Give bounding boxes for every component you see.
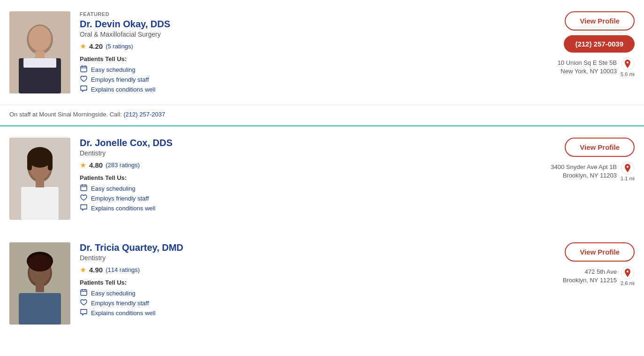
doctor-photo [9, 242, 70, 325]
address-line1: 10 Union Sq E Ste 5B [558, 59, 617, 67]
doctor-card-tricia-quartey: Dr. Tricia Quartey, DMD Dentistry ★ 4.90… [0, 231, 644, 336]
attribute-item: Employs friendly staff [80, 299, 522, 307]
doctor-name: Dr. Tricia Quartey, DMD [80, 242, 522, 253]
svg-rect-13 [21, 187, 59, 220]
svg-rect-28 [36, 284, 44, 292]
svg-point-30 [28, 255, 52, 271]
doctor-actions: View Profile 472 5th Ave Brooklyn, NY 11… [531, 242, 635, 286]
heart-icon [80, 299, 87, 307]
location-pin[interactable]: 1.1 mi [621, 162, 635, 181]
location-pin[interactable]: 5.6 mi [621, 57, 635, 77]
attribute-text: Easy scheduling [91, 185, 136, 192]
star-icon: ★ [80, 265, 86, 274]
star-icon: ★ [80, 161, 86, 170]
attribute-text: Employs friendly staff [91, 195, 149, 202]
rating-count[interactable]: (114 ratings) [106, 266, 140, 273]
attribute-text: Easy scheduling [91, 66, 136, 73]
attribute-text: Explains conditions well [91, 205, 155, 212]
svg-rect-31 [81, 290, 87, 295]
featured-label: FEATURED [80, 11, 522, 17]
svg-point-3 [29, 26, 51, 51]
view-profile-button[interactable]: View Profile [565, 11, 635, 31]
location-block: 3400 Snyder Ave Apt 1B Brooklyn, NY 1120… [551, 162, 635, 181]
doctor-photo [9, 138, 70, 220]
patients-tell-label: Patients Tell Us: [80, 174, 522, 181]
address-line1: 3400 Snyder Ave Apt 1B [551, 163, 617, 171]
location-pin[interactable]: 2.6 mi [621, 266, 635, 286]
doctor-actions: View Profile (212) 257-0039 10 Union Sq … [531, 11, 635, 77]
doctor-actions: View Profile 3400 Snyder Ave Apt 1B Broo… [531, 138, 635, 181]
patients-tell-label: Patients Tell Us: [80, 55, 522, 62]
attribute-item: Easy scheduling [80, 289, 522, 297]
attribute-item: Employs friendly staff [80, 194, 522, 202]
attribute-text: Employs friendly staff [91, 300, 149, 307]
call-button[interactable]: (212) 257-0039 [564, 35, 635, 53]
doctor-card-inner: Dr. Tricia Quartey, DMD Dentistry ★ 4.90… [0, 231, 644, 336]
svg-rect-15 [36, 179, 44, 187]
doctor-card-jonelle-cox: Dr. Jonelle Cox, DDS Dentistry ★ 4.80 (2… [0, 126, 644, 231]
attribute-list: Easy scheduling Employs friendly staff E… [80, 65, 522, 93]
heart-icon [80, 76, 87, 84]
rating-row: ★ 4.90 (114 ratings) [80, 265, 522, 274]
svg-rect-6 [81, 66, 87, 72]
distance-label: 1.1 mi [621, 176, 635, 181]
rating-value: 4.20 [89, 42, 103, 50]
rating-row: ★ 4.20 (5 ratings) [80, 42, 522, 51]
rating-row: ★ 4.80 (283 ratings) [80, 161, 522, 170]
attribute-list: Easy scheduling Employs friendly staff E… [80, 184, 522, 212]
address-line2: Brooklyn, NY 11215 [563, 276, 617, 285]
star-icon: ★ [80, 42, 86, 51]
attribute-item: Easy scheduling [80, 65, 522, 74]
distance-label: 2.6 mi [621, 280, 635, 286]
rating-count[interactable]: (283 ratings) [106, 162, 140, 169]
patients-tell-label: Patients Tell Us: [80, 279, 522, 286]
staff-notice-phone[interactable]: (212) 257-2037 [123, 111, 165, 118]
calendar-icon [80, 65, 87, 74]
doctor-specialty: Dentistry [80, 149, 522, 157]
staff-notice: On staff at Mount Sinai Morningside. Cal… [0, 105, 644, 126]
attribute-list: Easy scheduling Employs friendly staff E… [80, 289, 522, 317]
doctor-info: Dr. Tricia Quartey, DMD Dentistry ★ 4.90… [70, 242, 531, 317]
attribute-text: Employs friendly staff [91, 76, 149, 83]
location-text: 472 5th Ave Brooklyn, NY 11215 [563, 268, 617, 285]
calendar-icon [80, 184, 87, 193]
heart-icon [80, 194, 87, 202]
attribute-text: Explains conditions well [91, 310, 155, 317]
svg-rect-19 [81, 185, 87, 191]
rating-value: 4.90 [89, 266, 103, 274]
map-pin-icon [621, 266, 634, 279]
svg-point-10 [627, 62, 629, 63]
map-pin-icon [621, 162, 634, 175]
attribute-item: Explains conditions well [80, 85, 522, 93]
chat-icon [80, 204, 87, 212]
doctor-specialty: Oral & Maxillofacial Surgery [80, 31, 522, 38]
rating-count[interactable]: (5 ratings) [106, 43, 133, 50]
attribute-item: Employs friendly staff [80, 76, 522, 84]
attribute-item: Explains conditions well [80, 204, 522, 212]
attribute-text: Explains conditions well [91, 86, 155, 93]
doctor-specialty: Dentistry [80, 254, 522, 262]
chat-icon [80, 85, 87, 93]
map-pin-icon [621, 57, 634, 70]
view-profile-button[interactable]: View Profile [565, 242, 635, 262]
svg-point-35 [627, 271, 629, 272]
attribute-item: Explains conditions well [80, 309, 522, 317]
doctor-info: FEATURED Dr. Devin Okay, DDS Oral & Maxi… [70, 11, 531, 93]
doctor-card-inner: Dr. Jonelle Cox, DDS Dentistry ★ 4.80 (2… [0, 126, 644, 231]
svg-rect-17 [27, 156, 32, 170]
attribute-text: Easy scheduling [91, 290, 136, 297]
doctor-list: FEATURED Dr. Devin Okay, DDS Oral & Maxi… [0, 0, 644, 336]
address-line2: New York, NY 10003 [558, 67, 617, 76]
doctor-card-devin-okay: FEATURED Dr. Devin Okay, DDS Oral & Maxi… [0, 0, 644, 126]
svg-rect-18 [48, 156, 53, 170]
doctor-photo [9, 11, 70, 93]
address-line2: Brooklyn, NY 11203 [551, 171, 617, 180]
location-text: 3400 Snyder Ave Apt 1B Brooklyn, NY 1120… [551, 163, 617, 180]
location-text: 10 Union Sq E Ste 5B New York, NY 10003 [558, 59, 617, 76]
svg-rect-26 [19, 293, 61, 325]
calendar-icon [80, 289, 87, 297]
doctor-card-inner: FEATURED Dr. Devin Okay, DDS Oral & Maxi… [0, 0, 644, 105]
location-block: 10 Union Sq E Ste 5B New York, NY 10003 … [558, 57, 635, 77]
view-profile-button[interactable]: View Profile [565, 138, 635, 157]
doctor-name: Dr. Jonelle Cox, DDS [80, 138, 522, 148]
